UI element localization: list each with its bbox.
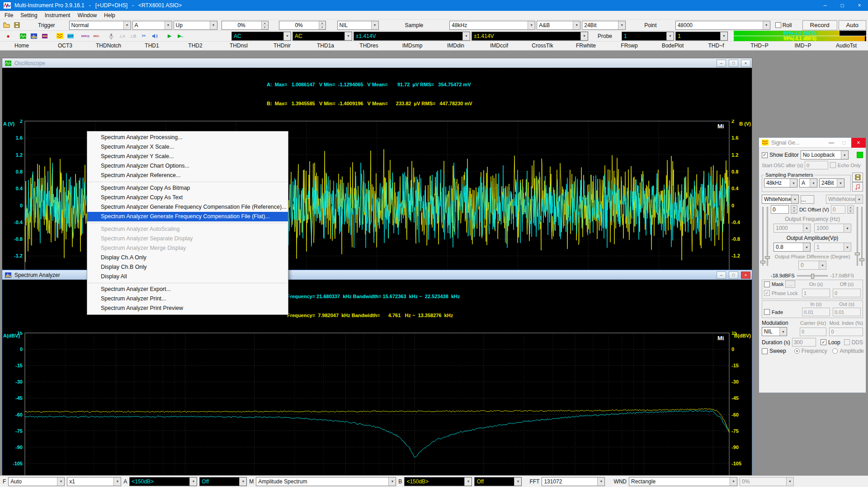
oscilloscope-icon[interactable] [19,32,28,40]
tab-home[interactable]: Home [0,42,43,50]
range-a-select[interactable]: ±1.414V [354,32,470,41]
close-button[interactable]: × [741,272,750,279]
trigger-delay-input[interactable]: 0% [279,21,326,30]
run-icon[interactable]: ▶ [165,32,174,40]
coupling-a-select[interactable]: AC [231,32,291,41]
save-file-icon[interactable] [12,21,21,29]
menu-item[interactable]: Spectrum Analyzer Y Scale... [87,152,288,161]
tab-imdp[interactable]: IMD~P [781,42,825,50]
trigger-source-select[interactable]: A [132,21,172,30]
restore-button[interactable]: □ [729,272,738,279]
auto-button[interactable]: Auto [839,20,866,30]
show-editor-checkbox[interactable]: ✓ [762,152,768,158]
amplitude-a-select[interactable]: 0.8 [774,243,811,252]
minimize-button[interactable]: — [826,140,837,146]
menu-item[interactable]: Display All [87,272,288,281]
tab-crosstlk[interactable]: CrossTlk [521,42,564,50]
zero-a-icon[interactable]: ⊥A [118,32,127,40]
tab-thdres[interactable]: THDres [347,42,391,50]
tab-imdsmp[interactable]: IMDsmp [391,42,434,50]
close-button[interactable]: × [851,138,866,148]
tab-thd2[interactable]: THD2 [174,42,217,50]
chevron-down-icon[interactable] [810,179,817,187]
chevron-down-icon[interactable] [597,478,604,486]
chevron-down-icon[interactable] [189,478,197,486]
probe-a-select[interactable]: 1 [622,32,674,41]
generator-bits-select[interactable]: 24Bit [819,178,844,187]
open-file-icon[interactable] [2,21,11,29]
chevron-down-icon[interactable] [123,21,131,29]
record-icon[interactable]: ● [4,32,13,40]
fade-checkbox[interactable]: ✓ [764,309,770,315]
run-dut-icon[interactable]: ▶o [176,32,185,40]
a-range-select[interactable]: <150dB> [129,477,197,486]
trigger-mode-select[interactable]: Normal [69,21,131,30]
chevron-down-icon[interactable] [344,32,352,40]
sample-bits-select[interactable]: 24Bit [582,21,626,30]
chevron-down-icon[interactable] [720,32,727,40]
menu-item[interactable]: Display Ch.B Only [87,262,288,272]
tab-frswp[interactable]: FRswp [608,42,651,50]
sweep-checkbox[interactable]: ✓ [762,348,768,354]
tab-thdnotch[interactable]: THDNotch [87,42,130,50]
amplitude-slider-a-outer[interactable] [762,207,764,266]
menu-item[interactable]: Spectrum Analyzer Print... [87,294,288,304]
measurement-select[interactable]: Amplitude Spectrum [256,477,396,486]
mask-checkbox[interactable]: ✓ [764,281,770,287]
a-filter-select[interactable]: Off [199,477,247,486]
window-function-select[interactable]: Rectangle [629,477,737,486]
coupling-b-select[interactable]: AC [292,32,352,41]
trigger-level-input[interactable]: 0% [222,21,269,30]
modulation-select[interactable]: NIL [762,327,787,336]
chevron-down-icon[interactable] [779,328,787,336]
tab-thd1a[interactable]: THD1a [304,42,347,50]
trigger-hpf-select[interactable]: NIL [337,21,379,30]
menu-item[interactable]: Spectrum Analyzer Export... [87,285,288,294]
menu-file[interactable]: File [1,12,17,19]
sample-channels-select[interactable]: A&B [537,21,580,30]
sound-device-icon[interactable] [150,32,159,40]
trigger-edge-select[interactable]: Up [174,21,217,30]
chevron-down-icon[interactable] [618,21,625,29]
menu-item[interactable]: Spectrum Analyzer Processing... [87,133,288,142]
save-signal-button[interactable] [852,173,863,182]
menu-setting[interactable]: Setting [17,12,41,19]
chevron-down-icon[interactable] [666,32,674,40]
menu-item[interactable]: Spectrum Analyzer Chart Options... [87,161,288,171]
menu-item[interactable]: Spectrum Analyzer Copy As Bitmap [87,183,288,193]
sample-points-select[interactable]: 48000 [675,21,770,30]
menu-item[interactable]: Spectrum Analyzer Generate Frequency Com… [87,202,288,212]
minimize-button[interactable]: – [717,60,726,67]
chevron-down-icon[interactable] [462,32,470,40]
tab-bodeplot[interactable]: BodePlot [651,42,694,50]
chevron-down-icon[interactable] [113,478,121,486]
amplitude-slider-a-inner[interactable] [767,207,768,266]
menu-window[interactable]: Window [74,12,100,19]
chevron-down-icon[interactable] [165,21,172,29]
more-button[interactable]: ... [801,195,814,204]
chevron-down-icon[interactable] [210,21,217,29]
signal-generator-titlebar[interactable]: Signal Ge... — □ × [759,138,866,148]
chevron-down-icon[interactable] [514,478,521,486]
loop-checkbox[interactable]: ✓ [821,339,826,345]
chevron-down-icon[interactable] [239,478,246,486]
multimeter-icon[interactable]: 888 [40,32,49,40]
tab-thdnir[interactable]: THDnir [260,42,304,50]
signal-generator-icon[interactable] [55,32,64,40]
menu-item[interactable]: Display Ch.A Only [87,253,288,262]
chevron-down-icon[interactable] [528,21,535,29]
b-filter-select[interactable]: Off [474,477,522,486]
chevron-down-icon[interactable] [803,243,810,251]
ddp-viewer-icon[interactable]: DDP@ [81,32,90,40]
close-button[interactable]: × [851,0,868,11]
range-b-select[interactable]: ±1.414V [472,32,588,41]
chevron-down-icon[interactable] [730,478,737,486]
b-range-select[interactable]: <150dB> [404,477,472,486]
probe-b-select[interactable]: 1 [675,32,728,41]
dc-offset-a-input[interactable]: 0 [771,205,789,214]
restore-button[interactable]: □ [834,0,851,11]
generator-sample-rate-select[interactable]: 48kHz [764,178,797,187]
chevron-down-icon[interactable] [791,195,798,203]
maximize-button[interactable]: □ [839,140,849,146]
zoom-select[interactable]: x1 [67,477,121,486]
